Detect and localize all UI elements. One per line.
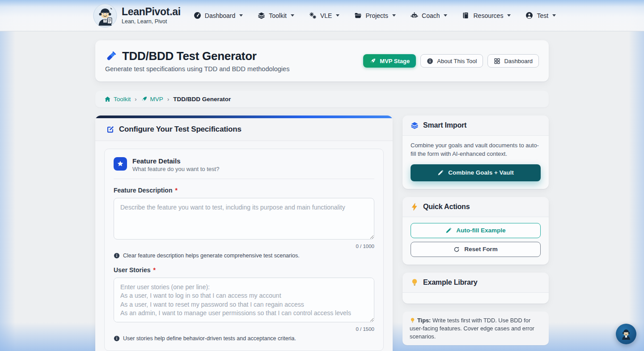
lightbulb-icon [411,278,419,287]
chevron-down-icon [552,14,556,17]
feature-description-label: Feature Description * [114,187,374,194]
nav-label: Test [537,12,548,19]
smart-import-body: Combine your goals and vault documents t… [402,136,549,189]
required-asterisk: * [175,187,177,194]
page-content: TDD/BDD Test Generator Generate test spe… [95,40,549,351]
nav-label: Resources [473,12,503,19]
layers-icon [258,12,265,19]
nav-item-dashboard[interactable]: Dashboard [194,12,243,19]
lightbulb-icon [410,317,415,323]
reset-button-label: Reset Form [464,246,497,253]
nav-label: Projects [365,12,388,19]
nav-item-test[interactable]: Test [525,12,556,19]
feature-details-section: Feature Details What feature do you want… [104,149,384,351]
chat-assistant-button[interactable] [616,324,636,344]
main-columns: Configure Your Test Specifications Featu… [95,116,549,351]
quick-actions-header: Quick Actions [402,197,549,217]
feature-description-input[interactable] [114,198,374,240]
mascot-logo-icon [93,4,117,28]
pencil-icon [437,170,444,176]
example-library-title: Example Library [423,278,478,287]
breadcrumb-separator: › [167,96,169,103]
nav-item-coach[interactable]: Coach [411,12,447,19]
grid-icon [494,58,500,64]
lightning-bolt-icon [411,203,419,211]
stories-help: User stories help define behavior-driven… [114,335,374,342]
page: LeanPivot.ai Lean, Learn, Pivot Dashboar… [0,0,644,351]
smart-import-card: Smart Import Combine your goals and vaul… [402,116,549,189]
edit-square-icon [106,125,114,134]
nav-item-resources[interactable]: Resources [462,12,511,19]
rocket-icon [141,96,148,103]
test-tube-icon [105,51,117,62]
stories-help-text: User stories help define behavior-driven… [123,335,296,342]
breadcrumb-toolkit-link[interactable]: Toolkit [104,96,131,103]
reset-form-button[interactable]: Reset Form [411,242,541,257]
nav-item-vle[interactable]: VLE [309,12,339,19]
nav-item-toolkit[interactable]: Toolkit [258,12,294,19]
info-icon [114,335,120,342]
page-subtitle: Generate test specifications using TDD a… [105,65,289,73]
chevron-down-icon [291,14,294,17]
smart-import-header: Smart Import [402,116,549,136]
breadcrumb: Toolkit › MVP › TDD/BDD Generator [95,91,549,107]
mvp-stage-badge[interactable]: MVP Stage [363,54,416,68]
autofill-button-label: Auto-fill Example [456,227,505,234]
nav-label: Toolkit [269,12,287,19]
page-title: TDD/BDD Test Generator [122,49,257,63]
autofill-example-button[interactable]: Auto-fill Example [411,223,541,238]
example-library-body [402,293,549,304]
dashboard-button[interactable]: Dashboard [487,54,539,68]
brand-logo[interactable]: LeanPivot.ai Lean, Learn, Pivot [93,4,181,28]
chevron-down-icon [507,14,511,17]
sidebar: Smart Import Combine your goals and vaul… [402,116,549,345]
stories-char-counter: 0 / 1500 [114,326,374,332]
rocket-icon [369,58,376,64]
mascot-avatar-icon [619,326,634,342]
breadcrumb-separator: › [135,96,136,103]
chevron-down-icon [336,14,339,17]
feature-details-titles: Feature Details What feature do you want… [132,157,219,172]
label-text: Feature Description [114,187,172,194]
nav-label: Coach [422,12,440,19]
robot-icon [411,12,418,19]
example-library-header: Example Library [402,273,549,293]
refresh-icon [453,246,460,253]
description-help: Clear feature description helps generate… [114,253,374,259]
label-text: User Stories [114,266,150,274]
about-tool-label: About This Tool [437,58,477,64]
chevron-down-icon [239,14,243,17]
brand-text: LeanPivot.ai Lean, Learn, Pivot [122,6,181,24]
speedometer-icon [194,12,201,19]
info-icon [427,58,433,64]
tips-label: Tips: [417,317,431,324]
test-config-card: Configure Your Test Specifications Featu… [95,116,393,351]
main-menu: Dashboard Toolkit VLE [181,12,569,19]
test-config-header: Configure Your Test Specifications [95,118,393,141]
chevron-down-icon [444,14,447,17]
user-stories-input[interactable] [114,278,374,322]
section-subtitle: What feature do you want to test? [132,166,219,172]
example-library-card: Example Library [402,273,549,304]
feature-details-header: Feature Details What feature do you want… [114,157,374,179]
section-title: Feature Details [132,157,219,165]
smart-import-title: Smart Import [423,121,466,129]
description-char-counter: 0 / 1000 [114,244,374,249]
combine-goals-vault-button[interactable]: Combine Goals + Vault [411,164,541,181]
home-icon [104,96,111,103]
description-help-text: Clear feature description helps generate… [123,253,300,259]
quick-actions-title: Quick Actions [423,203,470,211]
layers-icon [411,121,419,129]
page-header-left: TDD/BDD Test Generator Generate test spe… [105,49,289,73]
top-navigation: LeanPivot.ai Lean, Learn, Pivot Dashboar… [0,0,644,31]
page-header-actions: MVP Stage About This Tool Dashboard [363,54,539,68]
user-icon [525,12,533,19]
mvp-stage-label: MVP Stage [380,58,410,64]
brand-tagline: Lean, Learn, Pivot [122,18,181,25]
smart-import-description: Combine your goals and vault documents t… [411,141,541,158]
nav-item-projects[interactable]: Projects [354,12,396,19]
nav-label: VLE [320,12,332,19]
breadcrumb-mvp-link[interactable]: MVP [141,96,163,103]
user-stories-label: User Stories * [114,266,374,274]
about-tool-button[interactable]: About This Tool [420,54,483,68]
